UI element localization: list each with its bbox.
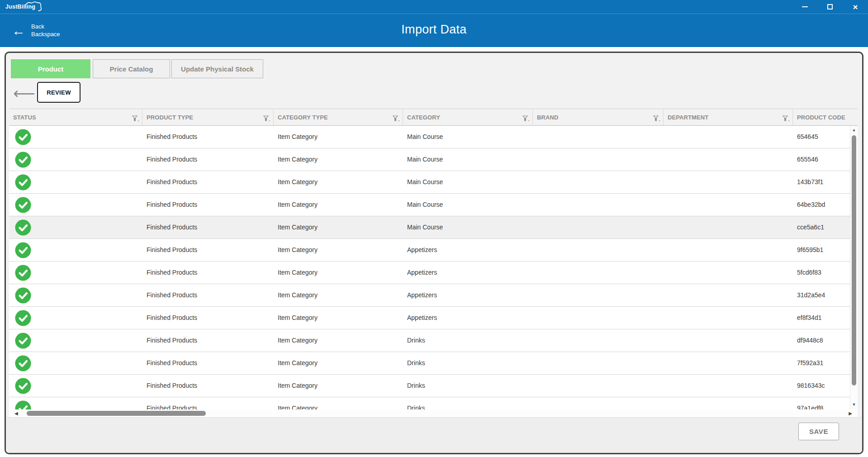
cell-category: Appetizers (403, 307, 533, 329)
cell-product-code: 64be32bd (793, 194, 858, 216)
filter-dot: . (398, 118, 400, 121)
cell-category: Drinks (403, 375, 533, 397)
filter-icon[interactable]: . (132, 115, 139, 121)
cell-category: Main Course (403, 216, 533, 238)
cell-category: Appetizers (403, 284, 533, 306)
cell-status (9, 126, 142, 148)
cell-brand (533, 194, 664, 216)
cell-category-type: Item Category (274, 397, 403, 409)
filter-icon[interactable]: . (783, 115, 790, 121)
cloud-logo-icon (23, 1, 43, 13)
table-row[interactable]: Finished Products Item Category Drinks 7… (9, 352, 858, 375)
cell-status (9, 216, 142, 238)
cell-brand (533, 239, 664, 261)
column-header-department[interactable]: DEPARTMENT . (664, 109, 793, 125)
cell-product-code: 655546 (793, 148, 858, 171)
column-label: PRODUCT TYPE (147, 114, 193, 121)
cell-category: Appetizers (403, 239, 533, 261)
scroll-right-icon[interactable]: ▶ (849, 411, 852, 416)
column-label: PRODUCT CODE (797, 114, 845, 121)
table-row[interactable]: Finished Products Item Category Appetize… (9, 284, 858, 307)
column-label: DEPARTMENT (668, 114, 708, 121)
column-header-brand[interactable]: BRAND . (533, 109, 664, 125)
column-header-product-type[interactable]: PRODUCT TYPE . (142, 109, 274, 125)
table-row[interactable]: Finished Products Item Category Drinks 9… (9, 397, 858, 409)
nav-header: ← Back Backspace Import Data (0, 14, 868, 47)
table-row[interactable]: Finished Products Item Category Appetize… (9, 239, 858, 262)
cell-brand (533, 375, 664, 397)
footer-bar: SAVE (6, 417, 862, 453)
review-back-arrow-icon[interactable]: ⟵ (13, 86, 35, 101)
cell-category: Main Course (403, 148, 533, 171)
filter-icon[interactable]: . (653, 115, 660, 121)
vertical-scrollbar[interactable]: ▲ ▼ (850, 126, 858, 409)
filter-dot: . (269, 118, 270, 121)
grid-body: Finished Products Item Category Main Cou… (9, 126, 858, 409)
horizontal-scrollbar-thumb[interactable] (27, 411, 206, 416)
cell-status (9, 171, 142, 193)
scroll-left-icon[interactable]: ◀ (14, 411, 18, 416)
cell-department (664, 194, 793, 216)
cell-product-type: Finished Products (142, 352, 274, 374)
table-row[interactable]: Finished Products Item Category Appetize… (9, 307, 858, 329)
cell-brand (533, 148, 664, 171)
table-row[interactable]: Finished Products Item Category Main Cou… (9, 194, 858, 216)
filter-icon[interactable]: . (522, 115, 530, 121)
filter-dot: . (138, 118, 139, 121)
tab-price-catalog[interactable]: Price Catalog (93, 59, 170, 78)
cell-product-code: 5fcd6f83 (793, 262, 858, 284)
scroll-down-icon[interactable]: ▼ (850, 402, 858, 407)
scroll-up-icon[interactable]: ▲ (850, 128, 858, 132)
success-check-icon (15, 174, 31, 190)
column-header-category[interactable]: CATEGORY . (403, 109, 533, 125)
cell-category-type: Item Category (274, 239, 403, 261)
table-row[interactable]: Finished Products Item Category Main Cou… (9, 171, 858, 194)
cell-status (9, 194, 142, 216)
cell-department (664, 239, 793, 261)
cell-brand (533, 216, 664, 238)
cell-product-code: 7f592a31 (793, 352, 858, 374)
vertical-scrollbar-thumb[interactable] (852, 135, 856, 386)
minimize-button[interactable] (792, 0, 817, 14)
column-header-product-code[interactable]: PRODUCT CODE . (793, 109, 858, 125)
success-check-icon (15, 129, 31, 145)
cell-category: Main Course (403, 194, 533, 216)
close-button[interactable]: × (843, 0, 868, 14)
filter-icon[interactable]: . (393, 115, 400, 121)
table-row[interactable]: Finished Products Item Category Drinks d… (9, 329, 858, 352)
cell-product-code: 31d2a5e4 (793, 284, 858, 306)
table-row[interactable]: Finished Products Item Category Appetize… (9, 262, 858, 284)
tab-product[interactable]: Product (11, 59, 90, 78)
save-button[interactable]: SAVE (798, 423, 839, 440)
cell-category-type: Item Category (274, 126, 403, 148)
table-row[interactable]: Finished Products Item Category Drinks 9… (9, 375, 858, 397)
cell-category: Main Course (403, 171, 533, 193)
cell-department (664, 307, 793, 329)
success-check-icon (15, 242, 31, 258)
cell-department (664, 352, 793, 374)
column-label: CATEGORY (407, 114, 440, 121)
cell-product-type: Finished Products (142, 397, 274, 409)
table-row[interactable]: Finished Products Item Category Main Cou… (9, 126, 858, 148)
maximize-button[interactable] (817, 0, 843, 14)
cell-category-type: Item Category (274, 216, 403, 238)
column-header-status[interactable]: STATUS . (9, 109, 142, 125)
cell-category: Drinks (403, 352, 533, 374)
filter-icon[interactable]: . (263, 115, 270, 121)
filter-dot: . (788, 118, 790, 121)
cell-product-code: ef8f34d1 (793, 307, 858, 329)
tab-update-physical-stock[interactable]: Update Physical Stock (171, 59, 263, 78)
success-check-icon (15, 287, 31, 304)
close-icon: × (853, 3, 858, 11)
horizontal-scrollbar[interactable]: ◀ ▶ (9, 409, 858, 417)
success-check-icon (15, 152, 31, 168)
cell-product-type: Finished Products (142, 194, 274, 216)
cell-status (9, 307, 142, 329)
column-header-category-type[interactable]: CATEGORY TYPE . (274, 109, 403, 125)
review-button[interactable]: REVIEW (37, 82, 81, 103)
cell-brand (533, 126, 664, 148)
table-row[interactable]: Finished Products Item Category Main Cou… (9, 148, 858, 171)
table-row[interactable]: Finished Products Item Category Main Cou… (9, 216, 858, 239)
cell-brand (533, 352, 664, 374)
cell-status (9, 375, 142, 397)
